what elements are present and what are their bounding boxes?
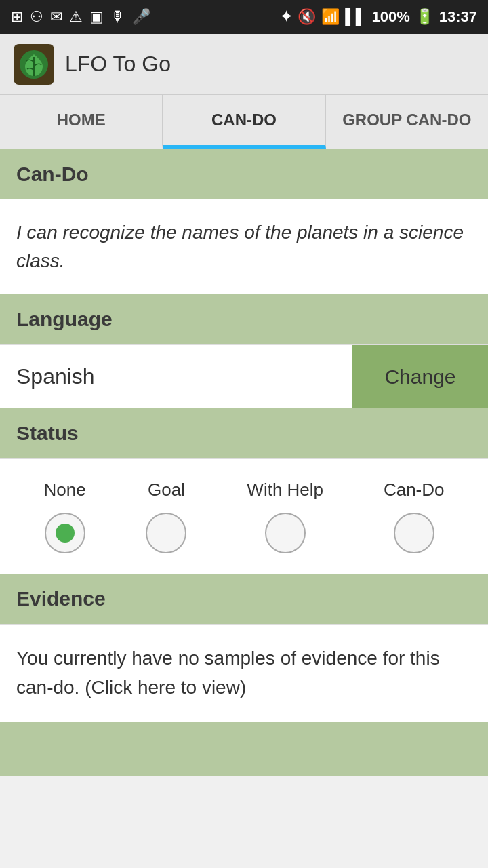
bottom-bar (0, 722, 488, 776)
radio-inner-none (56, 524, 75, 542)
can-do-statement: I can recognize the names of the planets… (16, 222, 464, 271)
tab-home-label: HOME (57, 111, 106, 130)
radio-none[interactable] (45, 513, 85, 553)
status-header-text: Status (16, 422, 79, 444)
status-label-can-do: Can-Do (384, 479, 445, 500)
usb-icon: ⚇ (30, 8, 43, 26)
status-bar: ⊞ ⚇ ✉ ⚠ ▣ 🎙 🎤 ✦ 🔇 📶 ▌▌ 100% 🔋 13:37 (0, 0, 488, 34)
language-text: Spanish (16, 364, 95, 389)
status-option-goal[interactable]: Goal (146, 479, 186, 553)
language-section-header: Language (0, 294, 488, 344)
tab-group-can-do-label: GROUP CAN-DO (342, 111, 471, 130)
tab-group-can-do[interactable]: GROUP CAN-DO (326, 95, 488, 149)
evidence-section-header: Evidence (0, 574, 488, 624)
mute-icon: 🔇 (298, 8, 316, 26)
radio-with-help[interactable] (265, 513, 306, 553)
radio-goal[interactable] (146, 513, 186, 553)
radio-inner-can-do (405, 524, 424, 542)
warning-icon: ⚠ (69, 8, 83, 26)
radio-can-do[interactable] (394, 513, 434, 553)
status-label-goal: Goal (148, 479, 185, 500)
language-row: Spanish Change (0, 344, 488, 408)
status-icons-left: ⊞ ⚇ ✉ ⚠ ▣ 🎙 🎤 (11, 8, 150, 26)
can-do-header-text: Can-Do (16, 163, 89, 185)
status-label-with-help: With Help (247, 479, 323, 500)
wifi-icon: 📶 (321, 8, 340, 26)
evidence-text: You currently have no samples of evidenc… (16, 648, 440, 698)
mic-icon: 🎙 (110, 8, 125, 26)
signal-icon: ▌▌ (345, 8, 366, 26)
status-icons-right: ✦ 🔇 📶 ▌▌ 100% 🔋 13:37 (280, 8, 477, 26)
language-header-text: Language (16, 308, 113, 330)
tab-can-do-label: CAN-DO (211, 111, 277, 130)
battery-text: 100% (371, 8, 409, 26)
app-title: LFO To Go (65, 52, 171, 77)
status-section-header: Status (0, 408, 488, 458)
status-option-can-do[interactable]: Can-Do (384, 479, 445, 553)
evidence-content[interactable]: You currently have no samples of evidenc… (0, 624, 488, 722)
app-icon (14, 44, 54, 85)
bluetooth-icon: ✦ (280, 8, 292, 26)
tab-can-do[interactable]: CAN-DO (163, 95, 325, 149)
screen-icon: ▣ (89, 8, 104, 26)
battery-icon: 🔋 (415, 8, 434, 26)
status-options: None Goal With Help Can-Do (0, 458, 488, 574)
clock: 13:37 (439, 8, 477, 26)
tab-home[interactable]: HOME (0, 95, 163, 149)
radio-inner-goal (157, 524, 176, 542)
mail-icon: ✉ (50, 8, 62, 26)
change-language-button[interactable]: Change (352, 345, 488, 408)
evidence-header-text: Evidence (16, 587, 106, 610)
status-label-none: None (43, 479, 85, 500)
plus-icon: ⊞ (11, 8, 23, 26)
status-option-with-help[interactable]: With Help (247, 479, 323, 553)
radio-inner-with-help (276, 524, 295, 542)
can-do-content: I can recognize the names of the planets… (0, 199, 488, 294)
language-value: Spanish (0, 345, 352, 408)
tab-bar: HOME CAN-DO GROUP CAN-DO (0, 95, 488, 149)
can-do-section-header: Can-Do (0, 149, 488, 199)
status-option-none[interactable]: None (43, 479, 85, 553)
app-bar: LFO To Go (0, 34, 488, 95)
mic2-icon: 🎤 (132, 8, 150, 26)
